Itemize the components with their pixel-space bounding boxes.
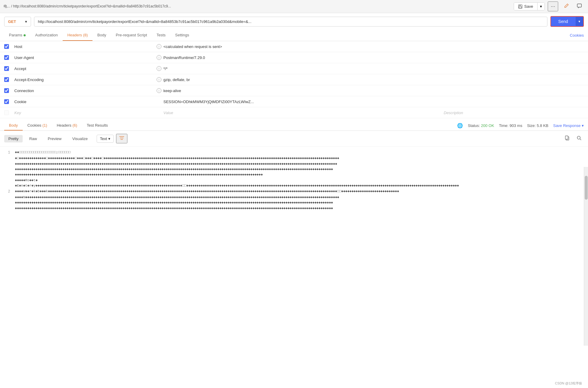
- line-content-1: ◆□◆◆◆◆◆◆◆◆◆◆◆◆◆□◆◆◆◆◆◆◆◆◆◆◆◆◆□◆◆◆□◆◆◆□◆◆…: [15, 156, 584, 161]
- code-line-4: ◆◆◆◆◆◆◆◆◆◆◆◆◆◆◆◆◆◆◆◆◆◆◆◆◆◆◆◆◆◆◆◆◆◆◆◆◆◆◆◆…: [4, 172, 584, 177]
- header-info-ua[interactable]: i: [155, 55, 163, 60]
- checkbox-conn[interactable]: [4, 88, 9, 93]
- checkbox-placeholder[interactable]: [4, 110, 9, 115]
- send-chevron-button[interactable]: ▾: [575, 17, 583, 26]
- checkbox-ua[interactable]: [4, 55, 9, 60]
- line-number-0: 1: [4, 150, 10, 156]
- more-button[interactable]: ···: [548, 1, 558, 11]
- url-input[interactable]: [34, 17, 547, 27]
- svg-rect-2: [519, 7, 521, 8]
- tab-params[interactable]: Params: [4, 30, 30, 41]
- tab-headers[interactable]: Headers (8): [63, 30, 93, 41]
- request-bar: GET ▾ Send ▾: [0, 13, 588, 30]
- method-selector[interactable]: GET ▾: [4, 17, 31, 27]
- header-value-conn: keep-alive: [163, 89, 444, 93]
- header-checkbox-conn[interactable]: [4, 88, 13, 93]
- header-key-cookie: Cookie: [13, 100, 155, 104]
- info-icon-host[interactable]: i: [157, 44, 161, 49]
- header-checkbox-ua[interactable]: [4, 55, 13, 60]
- status-ok: 200 OK: [481, 123, 494, 128]
- send-button-group: Send ▾: [550, 16, 584, 27]
- scrollbar-thumb[interactable]: [585, 176, 588, 200]
- breadcrumb: 电... / http://localhost:8080/admin/crm/t…: [4, 4, 511, 9]
- code-line-1: ◆□◆◆◆◆◆◆◆◆◆◆◆◆◆□◆◆◆◆◆◆◆◆◆◆◆◆◆□◆◆◆□◆◆◆□◆◆…: [4, 156, 584, 161]
- header-key-accept: Accept: [13, 66, 155, 71]
- header-key-placeholder[interactable]: Key: [13, 111, 155, 115]
- info-icon-ae[interactable]: i: [157, 77, 161, 82]
- header-checkbox-placeholder: [4, 110, 13, 115]
- header-key-conn: Connection: [13, 89, 155, 93]
- line-number-1: [4, 156, 10, 156]
- save-response-label: Save Response: [553, 123, 581, 128]
- checkbox-host[interactable]: [4, 44, 9, 49]
- response-time: 903 ms: [510, 123, 522, 128]
- save-chevron-button[interactable]: ▾: [537, 3, 544, 10]
- format-value: Text: [100, 136, 107, 141]
- send-button[interactable]: Send: [551, 17, 575, 26]
- svg-rect-8: [565, 136, 568, 139]
- line-number-5: [4, 178, 10, 178]
- header-checkbox-host[interactable]: [4, 44, 13, 49]
- header-desc-placeholder[interactable]: Description: [444, 111, 584, 115]
- header-info-ae[interactable]: i: [155, 77, 163, 82]
- viewer-tab-pretty[interactable]: Pretty: [4, 135, 23, 142]
- header-info-host[interactable]: i: [155, 44, 163, 49]
- header-checkbox-ae[interactable]: [4, 77, 13, 82]
- header-info-accept[interactable]: i: [155, 66, 163, 71]
- tab-body[interactable]: Body: [92, 30, 111, 41]
- line-content-3: ◆◆◆◆◆◆◆◆◆◆◆◆◆◆◆◆◆◆◆◆◆◆◆◆◆◆◆◆◆◆◆◆◆◆◆◆◆◆◆◆…: [15, 167, 584, 172]
- header-checkbox-accept[interactable]: [4, 66, 13, 71]
- save-response-button[interactable]: Save Response ▾: [553, 123, 584, 128]
- header-info-conn[interactable]: i: [155, 88, 163, 93]
- body-viewer-tabs: Pretty Raw Preview Visualize Text ▾: [0, 131, 588, 147]
- header-value-host: <calculated when request is sent>: [163, 44, 444, 49]
- checkbox-ae[interactable]: [4, 77, 9, 82]
- cookies-link[interactable]: Cookies: [570, 33, 584, 38]
- comment-icon: [577, 3, 582, 9]
- code-line-3: ◆◆◆◆◆◆◆◆◆◆◆◆◆◆◆◆◆◆◆◆◆◆◆◆◆◆◆◆◆◆◆◆◆◆◆◆◆◆◆◆…: [4, 167, 584, 172]
- checkbox-cookie[interactable]: [4, 99, 9, 104]
- resp-tab-cookies[interactable]: Cookies (1): [23, 121, 52, 131]
- tab-settings[interactable]: Settings: [170, 30, 194, 41]
- headers-table: Host i <calculated when request is sent>…: [0, 41, 588, 118]
- edit-button[interactable]: [561, 2, 571, 11]
- line-number-2: [4, 161, 10, 162]
- code-line-0: 1◆◆□□□□□□□□□□□□□□□□□□;□□□□□□: [4, 150, 584, 156]
- code-line-9: ◆◆◆◆◆◆◆◆◆◆◆◆◆◆◆◆◆◆◆◆◆◆◆◆◆◆◆◆◆◆◆◆◆◆◆◆◆◆◆◆…: [4, 200, 584, 205]
- info-icon-ua[interactable]: i: [157, 55, 161, 60]
- tab-pre-request[interactable]: Pre-request Script: [111, 30, 152, 41]
- resp-tab-test-results[interactable]: Test Results: [82, 121, 113, 131]
- top-bar-actions: Save ▾ ···: [514, 1, 584, 11]
- edit-icon: [564, 3, 569, 9]
- line-number-7: 2: [4, 189, 10, 195]
- svg-line-10: [580, 139, 581, 140]
- svg-point-9: [577, 136, 580, 139]
- vertical-scrollbar[interactable]: [584, 167, 588, 346]
- resp-tab-body[interactable]: Body: [4, 121, 23, 131]
- line-number-9: [4, 200, 10, 200]
- viewer-tab-visualize[interactable]: Visualize: [68, 135, 92, 142]
- line-number-3: [4, 167, 10, 167]
- info-icon-accept[interactable]: i: [157, 66, 161, 71]
- code-line-6: ◆E◆n◆t◆r◆y◆◆◆◆◆◆◆◆◆◆◆◆◆◆◆◆◆◆◆◆◆◆◆◆◆◆◆◆◆◆…: [4, 183, 584, 188]
- search-button[interactable]: [574, 134, 584, 143]
- checkbox-accept[interactable]: [4, 66, 9, 71]
- tab-tests[interactable]: Tests: [152, 30, 170, 41]
- save-button-group[interactable]: Save ▾: [514, 2, 545, 10]
- header-checkbox-cookie[interactable]: [4, 99, 13, 104]
- header-value-accept: */*: [163, 66, 444, 71]
- tab-authorization[interactable]: Authorization: [30, 30, 63, 41]
- line-content-8: ◆◆◆◆N◆◆◆◆◆◆◆◆◆◆◆◆◆◆◆◆◆◆◆◆◆◆◆◆◆◆◆◆◆◆◆◆◆◆◆…: [15, 195, 584, 200]
- save-button[interactable]: Save: [514, 3, 537, 10]
- copy-button[interactable]: [562, 134, 572, 143]
- comment-button[interactable]: [574, 2, 584, 11]
- text-format-selector[interactable]: Text ▾: [97, 135, 114, 143]
- code-line-8: ◆◆◆◆N◆◆◆◆◆◆◆◆◆◆◆◆◆◆◆◆◆◆◆◆◆◆◆◆◆◆◆◆◆◆◆◆◆◆◆…: [4, 195, 584, 200]
- header-key-ae: Accept-Encoding: [13, 77, 155, 82]
- viewer-tab-raw[interactable]: Raw: [25, 135, 41, 142]
- filter-button[interactable]: [116, 134, 127, 143]
- info-icon-conn[interactable]: i: [157, 88, 161, 93]
- viewer-tab-preview[interactable]: Preview: [44, 135, 66, 142]
- resp-tab-headers[interactable]: Headers (6): [52, 121, 82, 131]
- header-value-placeholder[interactable]: Value: [163, 111, 444, 115]
